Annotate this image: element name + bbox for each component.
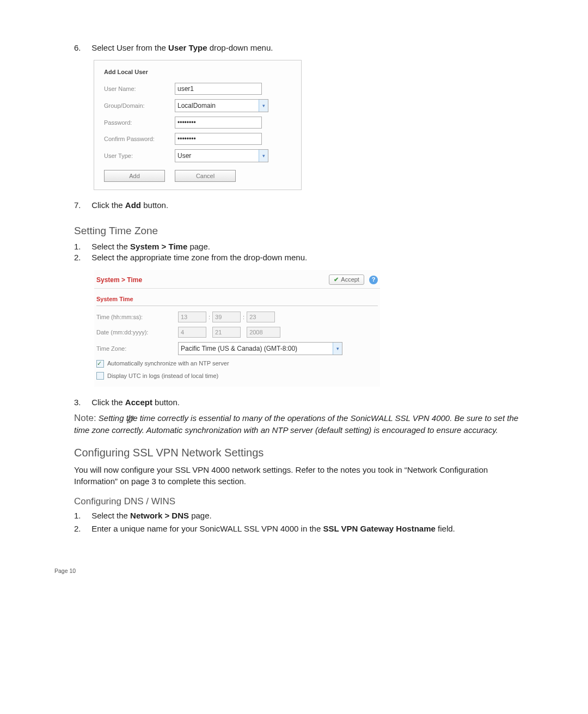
page-footer: Page 10: [54, 567, 534, 575]
confirm-password-label: Confirm Password:: [104, 135, 175, 143]
step-number: 1.: [74, 510, 89, 521]
user-type-select[interactable]: User ▾: [175, 149, 268, 162]
date-mm-input[interactable]: [178, 327, 206, 338]
user-name-label: User Name:: [104, 85, 175, 93]
step-number: 6.: [74, 42, 89, 53]
note-body: Setting the time correctly is essential …: [74, 413, 518, 435]
accept-button[interactable]: ✔ Accept: [329, 274, 364, 285]
step-number: 2.: [74, 523, 89, 534]
colon: :: [209, 313, 210, 321]
help-icon[interactable]: ?: [369, 276, 378, 284]
section-title: System Time: [96, 292, 378, 306]
time-ss-input[interactable]: [247, 312, 275, 322]
step-bold: Add: [125, 200, 141, 210]
chevron-down-icon: ▾: [333, 343, 342, 355]
step-number: 3.: [74, 397, 89, 408]
ntp-sync-checkbox[interactable]: [96, 360, 104, 368]
breadcrumb: System > Time: [96, 276, 142, 284]
step-number: 2.: [74, 252, 89, 263]
user-name-input[interactable]: [175, 83, 262, 95]
note-block: ✎ Note: Setting the time correctly is es…: [74, 412, 534, 436]
password-input[interactable]: [175, 117, 262, 129]
step-7: 7. Click the Add button.: [54, 200, 534, 211]
group-domain-label: Group/Domain:: [104, 102, 175, 110]
step-bold: Accept: [125, 398, 152, 407]
note-label: Note:: [74, 413, 96, 423]
confirm-password-input[interactable]: [175, 133, 262, 145]
step-bold: SSL VPN Gateway Hostname: [323, 524, 435, 533]
step-text: field.: [436, 524, 455, 533]
date-yyyy-input[interactable]: [247, 327, 280, 338]
add-button[interactable]: Add: [104, 170, 165, 182]
step-text: drop-down menu.: [207, 43, 273, 52]
time-mm-input[interactable]: [212, 312, 241, 322]
accept-label: Accept: [341, 276, 359, 284]
step-6: 6. Select User from the User Type drop-d…: [54, 42, 534, 53]
date-dd-input[interactable]: [212, 327, 241, 338]
panel-title: Add Local User: [104, 68, 291, 78]
cancel-button[interactable]: Cancel: [175, 170, 236, 182]
ntp-sync-label: Automatically synchronize with an NTP se…: [107, 359, 229, 368]
heading-setting-time-zone: Setting Time Zone: [74, 224, 534, 238]
select-value: User: [175, 151, 191, 160]
utc-logs-checkbox[interactable]: [96, 372, 104, 380]
tz-step-2: 2. Select the appropriate time zone from…: [54, 252, 534, 263]
timezone-select[interactable]: Pacific Time (US & Canada) (GMT-8:00) ▾: [178, 342, 342, 355]
colon: :: [243, 313, 244, 321]
heading-configuring-ssl: Configuring SSL VPN Network Settings: [74, 446, 534, 460]
add-local-user-panel: Add Local User User Name: Group/Domain: …: [94, 60, 302, 190]
time-hh-input[interactable]: [178, 312, 206, 322]
utc-logs-label: Display UTC in logs (instead of local ti…: [107, 372, 218, 380]
step-text: Select the: [91, 242, 130, 251]
date-label: Date (mm:dd:yyyy):: [96, 328, 178, 337]
step-bold: System > Time: [130, 242, 187, 251]
step-text: page.: [189, 511, 212, 520]
select-value: LocalDomain: [175, 101, 216, 110]
step-text: Enter a unique name for your SonicWALL S…: [91, 524, 323, 533]
step-text: button.: [141, 200, 168, 210]
step-bold: User Type: [168, 43, 207, 52]
group-domain-select[interactable]: LocalDomain ▾: [175, 99, 268, 112]
tz-step-3: 3. Click the Accept button.: [54, 397, 534, 408]
chevron-down-icon: ▾: [259, 100, 268, 112]
tz-step-1: 1. Select the System > Time page.: [54, 241, 534, 252]
user-type-label: User Type:: [104, 152, 175, 160]
step-text: button.: [152, 398, 180, 407]
pencil-icon: ✎: [126, 412, 136, 429]
step-text: Click the: [91, 398, 125, 407]
system-time-panel: System > Time ✔ Accept ? System Time Tim…: [94, 270, 381, 387]
chevron-down-icon: ▾: [259, 150, 268, 162]
step-number: 7.: [74, 200, 89, 211]
step-text: Click the: [91, 200, 125, 210]
password-label: Password:: [104, 119, 175, 127]
check-icon: ✔: [334, 276, 339, 284]
step-bold: Network > DNS: [130, 511, 189, 520]
step-text: Select User from the: [91, 43, 168, 52]
timezone-label: Time Zone:: [96, 345, 178, 353]
step-text: Select the appropriate time zone from th…: [91, 253, 307, 262]
select-value: Pacific Time (US & Canada) (GMT-8:00): [179, 344, 297, 353]
heading-configuring-dns: Configuring DNS / WINS: [74, 496, 534, 508]
time-label: Time (hh:mm:ss):: [96, 313, 178, 321]
ssl-paragraph: You will now configure your SSL VPN 4000…: [74, 465, 534, 487]
step-text: page.: [187, 242, 210, 251]
dns-step-1: 1. Select the Network > DNS page.: [54, 510, 534, 521]
step-number: 1.: [74, 241, 89, 252]
step-text: Select the: [91, 511, 130, 520]
dns-step-2: 2. Enter a unique name for your SonicWAL…: [54, 523, 534, 534]
